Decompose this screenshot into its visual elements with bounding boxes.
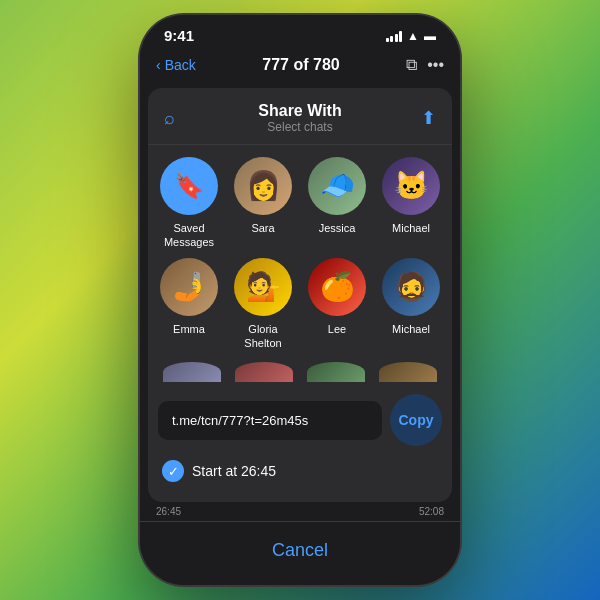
contact-jessica[interactable]: 🧢 Jessica [304,157,370,250]
michael2-face: 🧔 [394,273,429,301]
avatar-emma: 🤳 [160,258,218,316]
content-area: ⌕ Share With Select chats ⬆ 🔖 SavedMessa [140,84,460,521]
contact-emma[interactable]: 🤳 Emma [156,258,222,351]
jessica-face: 🧢 [320,172,355,200]
bottom-bar: Cancel [140,521,460,585]
contacts-grid: 🔖 SavedMessages 👩 Sara 🧢 [148,145,452,362]
checkbox-checked[interactable]: ✓ [162,460,184,482]
emma-face: 🤳 [172,273,207,301]
share-upload-button[interactable]: ⬆ [404,107,436,129]
partial-contacts-hint [148,362,452,390]
contact-gloria[interactable]: 💁 GloriaShelton [230,258,296,351]
lee-face: 🍊 [320,273,355,301]
contact-michael2[interactable]: 🧔 Michael [378,258,444,351]
search-button[interactable]: ⌕ [164,108,196,129]
sara-face: 👩 [246,172,281,200]
avatar-saved: 🔖 [160,157,218,215]
contact-name-lee: Lee [328,322,346,336]
copy-button[interactable]: Copy [390,394,442,446]
status-time: 9:41 [164,27,194,44]
contact-sara[interactable]: 👩 Sara [230,157,296,250]
avatar-lee: 🍊 [308,258,366,316]
share-header: ⌕ Share With Select chats ⬆ [148,88,452,145]
contact-name-sara: Sara [251,221,274,235]
avatar-sara: 👩 [234,157,292,215]
timestamp-right: 52:08 [419,506,444,517]
back-label: Back [165,57,196,73]
avatar-michael1: 🐱 [382,157,440,215]
contact-saved-messages[interactable]: 🔖 SavedMessages [156,157,222,250]
share-title: Share With [196,102,404,120]
nav-bar: ‹ Back 777 of 780 ⧉ ••• [140,50,460,84]
wifi-icon: ▲ [407,29,419,43]
signal-icon [386,30,403,42]
avatar-gloria: 💁 [234,258,292,316]
checkmark-icon: ✓ [168,464,179,479]
timestamp-bar: 26:45 52:08 [140,502,460,521]
start-at-row[interactable]: ✓ Start at 26:45 [148,456,452,496]
contact-name-emma: Emma [173,322,205,336]
contact-name-michael1: Michael [392,221,430,235]
avatar-michael2: 🧔 [382,258,440,316]
start-at-label: Start at 26:45 [192,463,276,479]
battery-icon: ▬ [424,29,436,43]
status-bar: 9:41 ▲ ▬ [140,15,460,50]
pip-icon[interactable]: ⧉ [406,56,417,74]
back-button[interactable]: ‹ Back [156,57,196,73]
gloria-face: 💁 [246,273,281,301]
phone-frame: 9:41 ▲ ▬ ‹ Back 777 of 780 ⧉ ••• [140,15,460,585]
contact-michael1[interactable]: 🐱 Michael [378,157,444,250]
share-title-block: Share With Select chats [196,102,404,134]
cancel-label: Cancel [272,540,328,560]
contact-name-jessica: Jessica [319,221,356,235]
avatar-jessica: 🧢 [308,157,366,215]
cancel-button[interactable]: Cancel [156,532,444,569]
contact-name-gloria: GloriaShelton [244,322,281,351]
contact-lee[interactable]: 🍊 Lee [304,258,370,351]
michael1-face: 🐱 [394,172,429,200]
chevron-left-icon: ‹ [156,57,161,73]
status-icons: ▲ ▬ [386,29,436,43]
bookmark-icon: 🔖 [174,172,204,200]
nav-title: 777 of 780 [262,56,339,74]
share-subtitle: Select chats [196,120,404,134]
copy-label: Copy [399,412,434,428]
share-panel: ⌕ Share With Select chats ⬆ 🔖 SavedMessa [148,88,452,502]
contact-name-saved: SavedMessages [164,221,214,250]
nav-actions: ⧉ ••• [406,56,444,74]
more-icon[interactable]: ••• [427,56,444,74]
contact-name-michael2: Michael [392,322,430,336]
link-input[interactable] [158,401,382,440]
timestamp-left: 26:45 [156,506,181,517]
link-row: Copy [158,394,442,446]
